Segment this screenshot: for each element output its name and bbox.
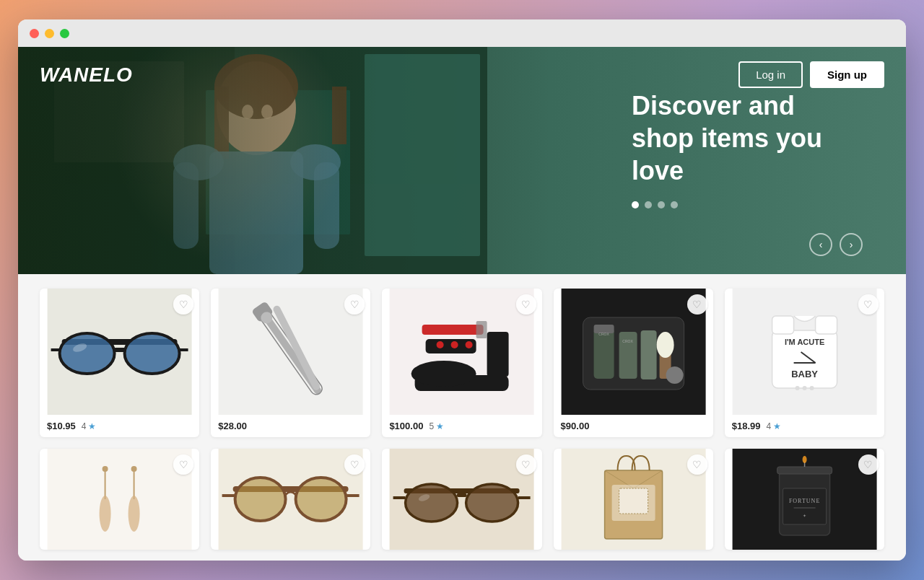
product-price-2: $28.00 xyxy=(218,421,247,431)
product-image-4: CROX CROX ♡ xyxy=(554,289,713,415)
browser-chrome xyxy=(18,19,906,47)
svg-rect-38 xyxy=(476,321,487,338)
browser-window: WANELO Log in Sign up Discover and shop … xyxy=(18,19,906,561)
heart-button-5[interactable]: ♡ xyxy=(858,294,879,315)
close-button[interactable] xyxy=(30,29,39,38)
maximize-button[interactable] xyxy=(60,29,69,38)
product-image-10: FORTUNE ✦ ♡ xyxy=(725,449,884,550)
dot-1[interactable] xyxy=(632,201,639,208)
product-image-6: ♡ xyxy=(40,449,199,550)
svg-rect-102 xyxy=(777,467,832,474)
svg-point-104 xyxy=(802,456,806,463)
product-image-3: ♡ xyxy=(382,289,541,415)
svg-point-35 xyxy=(411,361,476,387)
svg-rect-85 xyxy=(457,493,467,497)
product-info-1: $10.95 4 ★ xyxy=(40,415,199,437)
product-card-3[interactable]: ♡ $100.00 5 ★ xyxy=(382,289,541,437)
product-image-9: ♡ xyxy=(554,449,713,550)
product-card-2[interactable]: ♡ $28.00 xyxy=(211,289,370,437)
products-grid: ♡ $10.95 4 ★ xyxy=(40,289,884,550)
svg-rect-49 xyxy=(640,330,656,379)
star-icon-3: ★ xyxy=(436,421,444,431)
product-card-10[interactable]: FORTUNE ✦ ♡ xyxy=(725,449,884,550)
svg-rect-56 xyxy=(815,316,837,334)
product-image-2: ♡ xyxy=(211,289,370,415)
heart-button-3[interactable]: ♡ xyxy=(516,294,536,315)
heart-button-10[interactable]: ♡ xyxy=(858,454,879,475)
product-card-5[interactable]: I'M ACUTE BABY ♡ $18.99 4 ★ xyxy=(725,289,884,437)
nav-buttons: Log in Sign up xyxy=(738,61,884,88)
svg-rect-22 xyxy=(114,348,126,352)
product-card-9[interactable]: ♡ xyxy=(554,449,713,550)
heart-button-6[interactable]: ♡ xyxy=(173,454,193,475)
svg-point-40 xyxy=(451,341,458,348)
hero-arrows: ‹ › xyxy=(809,233,863,256)
hero-text: Discover and shop items you love xyxy=(632,89,863,208)
product-price-1: $10.95 xyxy=(47,421,76,431)
product-info-5: $18.99 4 ★ xyxy=(725,415,884,437)
svg-point-51 xyxy=(656,332,674,358)
signup-button[interactable]: Sign up xyxy=(810,61,884,88)
product-card-4[interactable]: CROX CROX ♡ xyxy=(554,289,713,437)
product-rating-5: 4 ★ xyxy=(767,421,782,431)
svg-text:FORTUNE: FORTUNE xyxy=(789,498,820,504)
next-arrow[interactable]: › xyxy=(840,233,863,256)
svg-point-67 xyxy=(100,496,111,532)
svg-rect-95 xyxy=(619,488,648,514)
product-info-2: $28.00 xyxy=(211,415,370,437)
svg-point-39 xyxy=(437,341,444,348)
star-icon-1: ★ xyxy=(88,421,96,431)
product-rating-3: 5 ★ xyxy=(429,421,444,431)
product-card-7[interactable]: ♡ xyxy=(211,449,370,550)
svg-rect-34 xyxy=(487,332,509,377)
product-info-4: $90.00 xyxy=(554,415,713,437)
heart-button-4[interactable]: ♡ xyxy=(687,294,707,315)
product-card-8[interactable]: ♡ xyxy=(382,449,541,550)
svg-point-59 xyxy=(809,386,814,390)
product-rating-1: 4 ★ xyxy=(82,421,97,431)
dot-4[interactable] xyxy=(671,201,678,208)
svg-rect-55 xyxy=(772,316,793,334)
minimize-button[interactable] xyxy=(45,29,54,38)
product-price-4: $90.00 xyxy=(561,421,590,431)
product-card-6[interactable]: ♡ xyxy=(40,449,199,550)
svg-rect-64 xyxy=(48,449,192,550)
heart-button-1[interactable]: ♡ xyxy=(173,294,193,315)
dot-2[interactable] xyxy=(645,201,652,208)
prev-arrow[interactable]: ‹ xyxy=(809,233,832,256)
hero-title: Discover and shop items you love xyxy=(632,89,863,187)
svg-point-52 xyxy=(666,366,683,384)
product-info-3: $100.00 5 ★ xyxy=(382,415,541,437)
svg-point-66 xyxy=(103,466,108,472)
svg-rect-98 xyxy=(783,488,826,524)
login-button[interactable]: Log in xyxy=(738,61,803,88)
svg-point-69 xyxy=(131,466,137,472)
product-image-5: I'M ACUTE BABY ♡ xyxy=(725,289,884,415)
svg-point-70 xyxy=(128,496,140,532)
svg-text:CROX: CROX xyxy=(622,339,633,343)
hero-dots xyxy=(632,201,863,208)
browser-content: WANELO Log in Sign up Discover and shop … xyxy=(18,47,906,561)
star-icon-5: ★ xyxy=(773,421,781,431)
heart-button-9[interactable]: ♡ xyxy=(687,454,707,475)
product-price-5: $18.99 xyxy=(732,421,761,431)
svg-text:I'M ACUTE: I'M ACUTE xyxy=(785,338,824,346)
products-section: ♡ $10.95 4 ★ xyxy=(18,274,906,561)
product-image-1: ♡ xyxy=(40,289,199,415)
dot-3[interactable] xyxy=(658,201,665,208)
product-card-1[interactable]: ♡ $10.95 4 ★ xyxy=(40,289,199,437)
logo: WANELO xyxy=(40,63,133,87)
svg-point-57 xyxy=(795,386,799,390)
svg-text:BABY: BABY xyxy=(791,369,818,379)
heart-button-8[interactable]: ♡ xyxy=(516,454,536,475)
svg-point-41 xyxy=(466,341,473,348)
svg-rect-37 xyxy=(422,325,484,335)
product-price-3: $100.00 xyxy=(389,421,423,431)
product-image-8: ♡ xyxy=(382,449,541,550)
svg-point-58 xyxy=(802,386,806,390)
svg-text:✦: ✦ xyxy=(803,514,806,518)
product-image-7: ♡ xyxy=(211,449,370,550)
svg-text:CROX: CROX xyxy=(598,332,609,336)
hero-banner: WANELO Log in Sign up Discover and shop … xyxy=(18,47,906,274)
